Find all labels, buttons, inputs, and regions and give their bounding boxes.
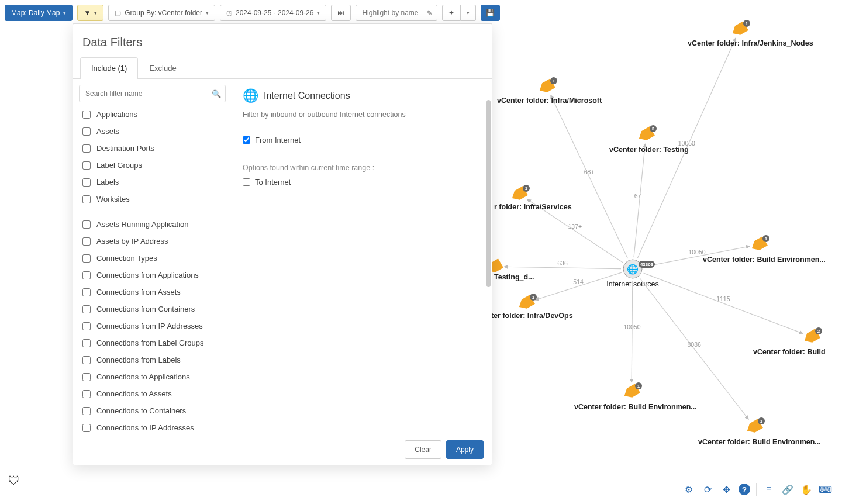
filter-item[interactable]: Connections from Applications	[73, 267, 232, 284]
options-note: Options found within current time range …	[243, 164, 481, 172]
svg-text:1: 1	[553, 78, 555, 84]
apply-button[interactable]: Apply	[446, 440, 484, 459]
filter-item[interactable]: Label Groups	[73, 157, 232, 174]
filter-checkbox[interactable]	[82, 356, 91, 364]
chevron-down-icon: ▾	[63, 10, 66, 16]
filter-label: Applications	[96, 110, 137, 119]
filter-label: Connection Types	[96, 254, 157, 263]
filter-item[interactable]: Connections from Labels	[73, 351, 232, 368]
filter-item[interactable]: Connections to Assets	[73, 385, 232, 402]
filter-checkbox[interactable]	[82, 339, 91, 347]
panel-body: 🔍 ApplicationsAssetsDestination PortsLab…	[73, 79, 492, 434]
filter-item[interactable]: Destination Ports	[73, 140, 232, 157]
filter-checkbox[interactable]	[82, 144, 91, 153]
to-internet-checkbox[interactable]	[243, 178, 250, 186]
filter-item[interactable]: Connections from IP Addresses	[73, 317, 232, 334]
filter-checkbox[interactable]	[82, 322, 91, 330]
filter-item[interactable]: Connections from Label Groups	[73, 334, 232, 351]
filter-checkbox[interactable]	[82, 407, 91, 415]
shield-icon[interactable]: 🛡	[8, 474, 20, 488]
from-internet-row[interactable]: From Internet	[243, 136, 481, 144]
clear-button[interactable]: Clear	[405, 440, 441, 459]
graph-node[interactable]: 1ter folder: Infra/DevOps	[491, 294, 573, 320]
graph-node[interactable]: 2vCenter folder: Build	[753, 327, 826, 356]
filter-label: Connections to Applications	[96, 372, 190, 381]
graph-node[interactable]: 1r folder: Infra/Services	[494, 185, 572, 211]
node-internet-sources[interactable]: 🌐 43603 Internet sources	[606, 260, 659, 288]
highlight-search: ✎	[356, 5, 437, 21]
filter-item[interactable]: Connections to IP Addresses	[73, 419, 232, 434]
layout-button[interactable]: ✦	[442, 5, 461, 21]
filter-item[interactable]: Connections to Containers	[73, 402, 232, 419]
filter-search: 🔍	[79, 85, 226, 102]
hand-icon[interactable]: ✋	[800, 483, 813, 496]
filter-item[interactable]: Connections from Containers	[73, 301, 232, 317]
refresh-icon[interactable]: ⟳	[701, 483, 714, 496]
svg-text:vCenter folder: Build: vCenter folder: Build	[753, 348, 826, 356]
help-icon[interactable]: ?	[739, 484, 750, 495]
date-range-dropdown[interactable]: ◷ 2024-09-25 - 2024-09-26 ▾	[220, 5, 326, 21]
layout-dropdown[interactable]: ▾	[461, 5, 476, 21]
filter-label: Labels	[96, 178, 119, 187]
filter-checkbox[interactable]	[82, 373, 91, 381]
filter-search-input[interactable]	[79, 85, 226, 102]
pencil-icon[interactable]: ✎	[426, 9, 433, 18]
filter-icon: ▼	[84, 9, 91, 17]
fast-forward-button[interactable]: ⏭	[331, 5, 351, 21]
fit-icon[interactable]: ✥	[720, 483, 733, 496]
filter-checkbox[interactable]	[82, 271, 91, 279]
filter-item[interactable]: Applications	[73, 106, 232, 123]
list-icon[interactable]: ≡	[762, 483, 775, 496]
filter-checkbox[interactable]	[82, 288, 91, 296]
filter-item[interactable]: Connection Types	[73, 250, 232, 267]
scrollbar[interactable]	[486, 100, 491, 287]
filter-checkbox[interactable]	[82, 237, 91, 246]
filter-item[interactable]: Connections from Assets	[73, 284, 232, 301]
to-internet-label: To Internet	[255, 178, 291, 187]
from-internet-checkbox[interactable]	[243, 136, 250, 144]
graph-node[interactable]: 1vCenter folder: Build Environmen...	[574, 382, 697, 411]
filter-checkbox[interactable]	[82, 305, 91, 313]
svg-text:514: 514	[573, 278, 584, 285]
map-dropdown[interactable]: Map: Daily Map ▾	[5, 5, 73, 21]
svg-text:1: 1	[746, 21, 748, 26]
filter-checkbox[interactable]	[82, 195, 91, 203]
link-icon[interactable]: 🔗	[781, 483, 794, 496]
graph-node[interactable]: 1vCenter folder: Build Environmen...	[703, 235, 826, 264]
keyboard-icon[interactable]: ⌨	[819, 483, 831, 496]
graph-node[interactable]: 1vCenter folder: Infra/Jenkins_Nodes	[688, 20, 813, 47]
to-internet-row[interactable]: To Internet	[243, 178, 481, 187]
filter-item[interactable]: Assets	[73, 123, 232, 140]
tab-exclude[interactable]: Exclude	[138, 57, 187, 78]
filter-checkbox[interactable]	[82, 127, 91, 136]
tab-include[interactable]: Include (1)	[80, 57, 138, 79]
filter-item[interactable]: Assets Running Application	[73, 216, 232, 233]
filter-button[interactable]: ▼ ▾	[77, 5, 103, 21]
filter-item[interactable]: Assets by IP Address	[73, 233, 232, 250]
filter-checkbox[interactable]	[82, 424, 91, 432]
filter-item[interactable]: Labels	[73, 174, 232, 191]
filter-label: Connections to IP Addresses	[96, 423, 194, 432]
filter-label: Assets by IP Address	[96, 237, 168, 246]
save-button[interactable]: 💾	[481, 5, 500, 21]
filter-checkbox[interactable]	[82, 178, 91, 187]
filter-checkbox[interactable]	[82, 161, 91, 170]
filter-checkbox[interactable]	[82, 254, 91, 263]
filter-item[interactable]: Connections to Applications	[73, 368, 232, 385]
filter-checkbox[interactable]	[82, 111, 91, 119]
graph-node[interactable]: 1vCenter folder: Build Environmen...	[698, 417, 821, 446]
filter-item[interactable]: Worksites	[73, 191, 232, 208]
group-by-dropdown[interactable]: ▢ Group By: vCenter folder ▾	[108, 5, 215, 21]
svg-text:2: 2	[817, 329, 820, 334]
svg-text:1: 1	[760, 419, 763, 424]
filter-detail: 🌐 Internet Connections Filter by inbound…	[232, 79, 492, 434]
search-icon: 🔍	[212, 89, 221, 98]
svg-text:Testing_d...: Testing_d...	[494, 273, 534, 281]
filter-checkbox[interactable]	[82, 220, 91, 229]
graph-node[interactable]: 3vCenter folder: Testing	[609, 125, 689, 154]
settings-icon[interactable]: ⚙	[682, 483, 695, 496]
graph-node[interactable]: 1vCenter folder: Infra/Microsoft	[497, 77, 602, 105]
highlight-input[interactable]	[356, 5, 437, 21]
from-internet-label: From Internet	[255, 136, 301, 144]
filter-checkbox[interactable]	[82, 390, 91, 398]
